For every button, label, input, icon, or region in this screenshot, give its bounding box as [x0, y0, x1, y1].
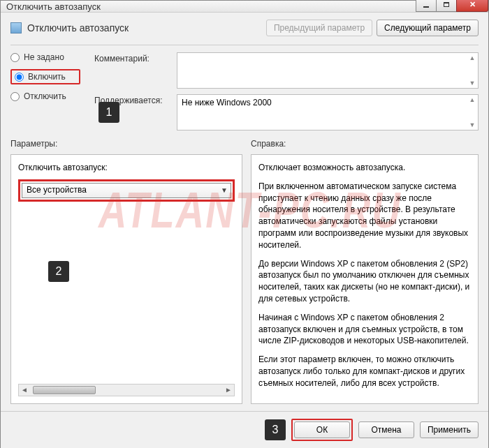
chevron-down-icon: ▼	[221, 186, 228, 195]
maximize-button[interactable]	[436, 0, 457, 12]
divider	[10, 45, 479, 45]
supported-field: Не ниже Windows 2000 ▲▼	[177, 94, 479, 130]
autorun-target-dropdown[interactable]: Все устройства ▼	[22, 183, 231, 198]
prev-setting-button[interactable]: Предыдущий параметр	[266, 20, 372, 36]
supported-value: Не ниже Windows 2000	[182, 98, 272, 107]
cancel-button[interactable]: Отмена	[358, 421, 414, 438]
annotation-3: 3	[265, 419, 286, 440]
params-horizontal-scrollbar[interactable]: ◄ ►	[18, 384, 235, 396]
param-field-label: Отключить автозапуск:	[18, 162, 235, 174]
help-p1: Отключает возможность автозапуска.	[258, 162, 471, 174]
scrollbar-thumb[interactable]	[33, 386, 96, 394]
apply-button[interactable]: Применить	[420, 421, 479, 438]
radio-not-configured[interactable]: Не задано	[10, 52, 80, 62]
ok-button[interactable]: ОК	[294, 421, 350, 438]
minimize-button[interactable]	[416, 0, 437, 12]
close-button[interactable]	[456, 0, 488, 12]
annotation-2: 2	[48, 261, 69, 282]
radio-disabled[interactable]: Отключить	[10, 91, 80, 101]
radio-not-configured-input[interactable]	[10, 53, 20, 62]
policy-icon	[10, 22, 22, 33]
radio-disabled-label: Отключить	[24, 91, 66, 101]
radio-enabled[interactable]: Включить	[15, 72, 76, 82]
help-p5: Если этот параметр включен, то можно отк…	[258, 354, 471, 389]
annotation-1: 1	[98, 102, 119, 123]
radio-disabled-input[interactable]	[10, 92, 20, 101]
comment-label: Комментарий:	[94, 52, 171, 64]
params-section-label: Параметры:	[10, 139, 242, 149]
comment-scrollbar[interactable]: ▲▼	[468, 54, 476, 87]
scroll-right-icon[interactable]: ►	[223, 385, 234, 395]
window-title: Отключить автозапуск	[6, 1, 416, 12]
window-controls	[416, 0, 488, 12]
help-p2: При включенном автоматическом запуске си…	[258, 181, 471, 251]
radio-not-configured-label: Не задано	[24, 52, 64, 62]
page-title: Отключить автозапуск	[27, 22, 129, 33]
dropdown-selected: Все устройства	[27, 184, 87, 196]
scroll-left-icon[interactable]: ◄	[19, 385, 30, 395]
help-panel: Отключает возможность автозапуска. При в…	[251, 154, 479, 404]
help-p3: До версии Windows XP с пакетом обновлени…	[258, 258, 471, 305]
radio-enabled-input[interactable]	[15, 73, 24, 82]
supported-scrollbar[interactable]: ▲▼	[468, 96, 476, 128]
titlebar: Отключить автозапуск	[1, 1, 488, 13]
radio-enabled-label: Включить	[28, 72, 66, 82]
next-setting-button[interactable]: Следующий параметр	[377, 20, 479, 36]
params-panel: Отключить автозапуск: Все устройства ▼ ◄…	[10, 154, 242, 404]
comment-field[interactable]: ▲▼	[177, 52, 479, 89]
help-p4: Начиная с Windows XP с пакетом обновлени…	[258, 312, 471, 347]
help-section-label: Справка:	[251, 139, 479, 149]
